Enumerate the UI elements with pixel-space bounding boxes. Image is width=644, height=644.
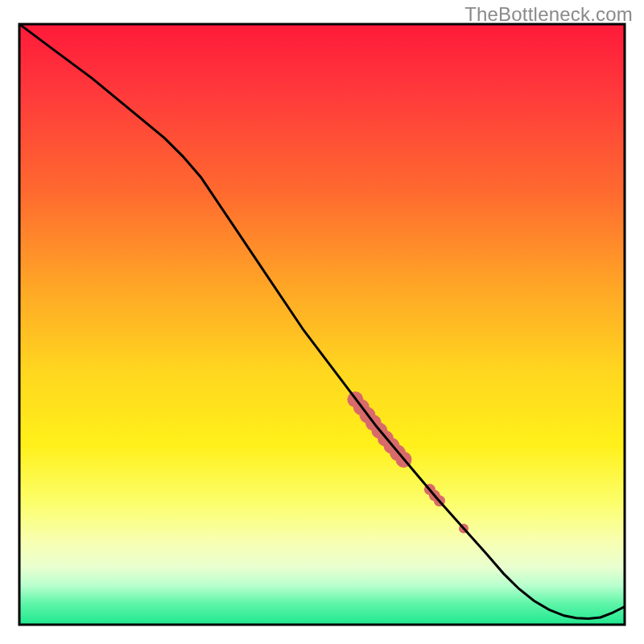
watermark-text: TheBottleneck.com [464,3,633,26]
bottleneck-chart [0,0,644,644]
gradient-background [19,24,625,625]
chart-container: TheBottleneck.com [0,0,644,644]
